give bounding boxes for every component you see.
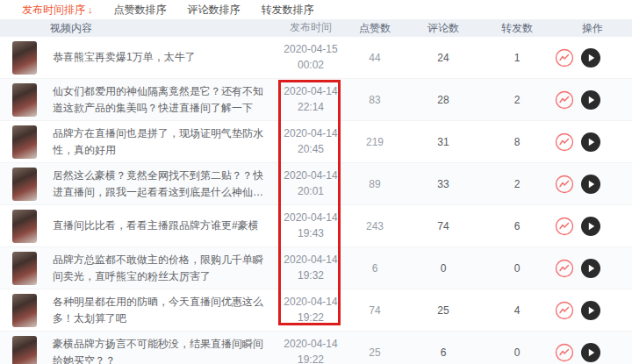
video-title[interactable]: 各种明星都在用的防晒，今天直播间优惠这么多！太划算了吧: [53, 294, 270, 326]
comments-count: 28: [406, 94, 481, 106]
video-thumbnail[interactable]: [12, 294, 37, 327]
comments-count: 25: [406, 304, 481, 317]
sort-arrow-icon: ↓: [88, 4, 93, 15]
likes-count: 219: [344, 136, 406, 148]
likes-count: 25: [344, 346, 406, 359]
header-actions: 操作: [553, 21, 632, 36]
trend-chart-icon[interactable]: [555, 259, 574, 278]
trend-chart-icon[interactable]: [555, 48, 574, 68]
play-button-icon[interactable]: [581, 259, 600, 278]
video-thumbnail[interactable]: [12, 41, 37, 75]
video-content-cell: 品牌方总监都不敢做主的价格，限购几千单瞬间卖光，直呼熊宝的粉丝太厉害了: [0, 252, 277, 285]
publish-date: 2020-04-14: [277, 253, 344, 268]
likes-count: 243: [344, 220, 406, 232]
play-button-icon[interactable]: [581, 301, 600, 320]
video-analytics-page: 发布时间排序 ↓ 点赞数排序 评论数排序 转发数排序 视频内容 发布时间 点赞数…: [0, 0, 632, 364]
play-button-icon[interactable]: [581, 217, 600, 236]
video-content-cell: 各种明星都在用的防晒，今天直播间优惠这么多！太划算了吧: [0, 294, 277, 327]
publish-date: 2020-04-15: [277, 42, 344, 57]
video-content-cell: 直播间比比看，看看主播跟品牌方谁更#豪横: [0, 210, 277, 243]
shares-count: 0: [481, 262, 553, 275]
play-button-icon[interactable]: [581, 90, 600, 110]
shares-count: 2: [481, 178, 553, 190]
tab-label: 评论数排序: [188, 3, 241, 18]
sort-tab[interactable]: 转发数排序: [262, 3, 314, 18]
video-thumbnail[interactable]: [12, 210, 37, 243]
likes-count: 83: [344, 94, 406, 106]
video-thumbnail[interactable]: [12, 336, 37, 364]
publish-date: 2020-04-14: [277, 168, 344, 183]
table-row: 品牌方总监都不敢做主的价格，限购几千单瞬间卖光，直呼熊宝的粉丝太厉害了 2020…: [0, 247, 632, 289]
video-content-cell: 仙女们都爱用的神仙隔离竟然是它？还有不知道这款产品的集美吗？快进直播间了解一下: [0, 83, 277, 117]
video-title[interactable]: 品牌方在直播间也是拼了，现场证明气垫防水性，真的好用: [53, 125, 270, 158]
publish-clock: 20:45: [277, 142, 344, 157]
trend-chart-icon[interactable]: [555, 132, 574, 152]
comments-count: 33: [406, 178, 481, 190]
publish-date: 2020-04-14: [277, 84, 344, 99]
tab-label: 点赞数排序: [114, 3, 167, 18]
tab-label: 转发数排序: [262, 3, 314, 18]
table-row: 恭喜熊宝再卖爆1万单，太牛了 2020-04-15 00:02 44 24 1: [0, 37, 632, 79]
publish-time-cell: 2020-04-14 20:01: [277, 168, 344, 199]
publish-date: 2020-04-14: [277, 337, 344, 352]
video-thumbnail[interactable]: [12, 83, 37, 117]
play-button-icon[interactable]: [581, 175, 600, 194]
play-button-icon[interactable]: [581, 343, 600, 362]
likes-count: 6: [344, 262, 406, 275]
sort-tab[interactable]: 点赞数排序: [114, 3, 167, 18]
publish-time-cell: 2020-04-14 20:45: [277, 126, 344, 157]
video-title[interactable]: 豪横品牌方扬言不可能秒没，结果直播间瞬间给她买空？？: [53, 336, 270, 364]
comments-count: 74: [406, 220, 481, 232]
header-publish-time: 发布时间: [277, 20, 344, 35]
actions-cell: [553, 301, 632, 320]
trend-chart-icon[interactable]: [555, 90, 574, 110]
publish-time-cell: 2020-04-14 22:14: [277, 84, 344, 115]
publish-clock: 19:43: [277, 226, 344, 241]
actions-cell: [553, 90, 632, 110]
trend-chart-icon[interactable]: [555, 301, 574, 320]
sort-tab-bar: 发布时间排序 ↓ 点赞数排序 评论数排序 转发数排序: [0, 0, 632, 19]
table-header-row: 视频内容 发布时间 点赞数 评论数 转发数 操作: [0, 19, 632, 37]
video-title[interactable]: 品牌方总监都不敢做主的价格，限购几千单瞬间卖光，直呼熊宝的粉丝太厉害了: [53, 252, 270, 284]
video-title[interactable]: 仙女们都爱用的神仙隔离竟然是它？还有不知道这款产品的集美吗？快进直播间了解一下: [53, 83, 270, 116]
actions-cell: [553, 48, 632, 68]
video-thumbnail[interactable]: [12, 168, 37, 201]
trend-chart-icon[interactable]: [555, 175, 574, 194]
publish-time-cell: 2020-04-14 19:22: [277, 337, 344, 364]
publish-time-cell: 2020-04-15 00:02: [277, 42, 344, 73]
video-title[interactable]: 居然这么豪横？竟然全网找不到第二贴？？快进直播间，跟我一起看看这到底是什么神仙产…: [53, 168, 270, 200]
sort-tab[interactable]: 发布时间排序 ↓: [22, 3, 93, 18]
publish-clock: 20:01: [277, 184, 344, 199]
table-row: 仙女们都爱用的神仙隔离竟然是它？还有不知道这款产品的集美吗？快进直播间了解一下 …: [0, 79, 632, 121]
likes-count: 44: [344, 52, 406, 64]
publish-clock: 19:22: [277, 310, 344, 325]
likes-count: 89: [344, 178, 406, 190]
play-button-icon[interactable]: [581, 48, 600, 68]
header-shares: 转发数: [481, 21, 553, 36]
play-button-icon[interactable]: [581, 132, 600, 152]
comments-count: 24: [406, 52, 481, 64]
actions-cell: [553, 175, 632, 194]
comments-count: 0: [406, 262, 481, 275]
shares-count: 4: [481, 304, 553, 317]
shares-count: 2: [481, 94, 553, 106]
table-row: 品牌方在直播间也是拼了，现场证明气垫防水性，真的好用 2020-04-14 20…: [0, 121, 632, 163]
trend-chart-icon[interactable]: [555, 217, 574, 236]
actions-cell: [553, 132, 632, 152]
shares-count: 6: [481, 220, 553, 232]
video-thumbnail[interactable]: [12, 125, 37, 159]
actions-cell: [553, 343, 632, 362]
publish-time-cell: 2020-04-14 19:43: [277, 211, 344, 241]
video-title[interactable]: 直播间比比看，看看主播跟品牌方谁更#豪横: [53, 218, 259, 234]
publish-clock: 19:32: [277, 268, 344, 283]
video-content-cell: 恭喜熊宝再卖爆1万单，太牛了: [0, 41, 277, 75]
video-table-body: 恭喜熊宝再卖爆1万单，太牛了 2020-04-15 00:02 44 24 1: [0, 37, 632, 364]
comments-count: 6: [406, 346, 481, 359]
video-content-cell: 居然这么豪横？竟然全网找不到第二贴？？快进直播间，跟我一起看看这到底是什么神仙产…: [0, 168, 277, 201]
sort-tab[interactable]: 评论数排序: [188, 3, 241, 18]
shares-count: 0: [481, 346, 553, 359]
publish-clock: 19:22: [277, 353, 344, 364]
trend-chart-icon[interactable]: [555, 343, 574, 362]
video-title[interactable]: 恭喜熊宝再卖爆1万单，太牛了: [53, 49, 196, 66]
video-thumbnail[interactable]: [12, 252, 37, 285]
